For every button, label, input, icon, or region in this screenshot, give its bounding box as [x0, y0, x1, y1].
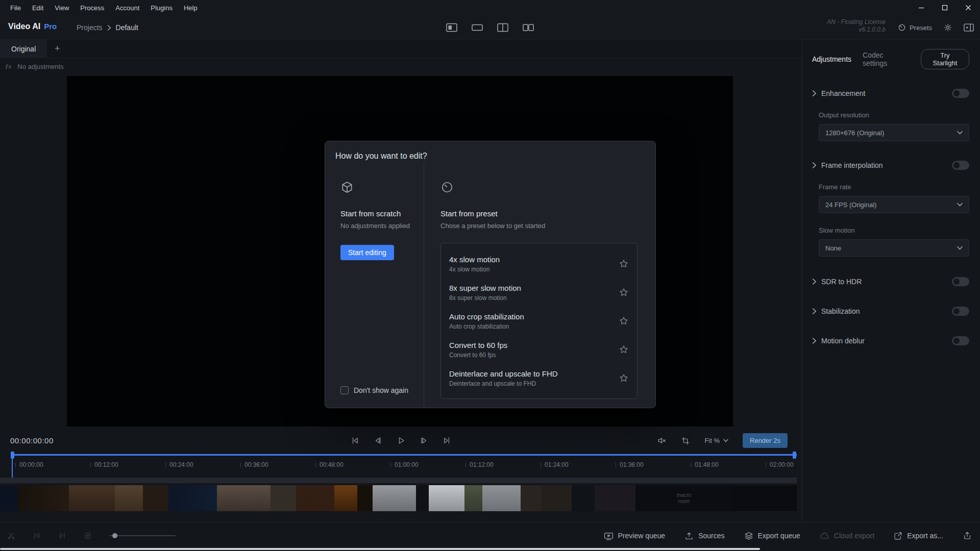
filmstrip-thumb[interactable]: [334, 485, 357, 511]
try-starlight-button[interactable]: Try Starlight: [921, 49, 969, 69]
next-frame-button[interactable]: [419, 436, 429, 445]
filmstrip-thumb[interactable]: [168, 485, 217, 511]
preset-item-4x-slow-motion[interactable]: 4x slow motion 4x slow motion: [441, 249, 637, 278]
preview-queue-button[interactable]: Preview queue: [604, 532, 666, 540]
breadcrumb-default[interactable]: Default: [116, 23, 138, 32]
filmstrip-thumb[interactable]: [357, 485, 373, 511]
filmstrip-thumb-macro-room[interactable]: macro room: [635, 485, 732, 511]
menu-account[interactable]: Account: [110, 2, 144, 14]
tab-codec-settings[interactable]: Codec settings: [863, 51, 910, 67]
filmstrip-thumb[interactable]: [143, 485, 168, 511]
trim-start-icon[interactable]: [33, 532, 41, 540]
crop-icon[interactable]: [681, 436, 690, 445]
output-resolution-dropdown[interactable]: 1280×676 (Original): [819, 124, 969, 141]
settings-gear-icon[interactable]: [943, 23, 952, 32]
tab-original[interactable]: Original: [0, 40, 47, 58]
dont-show-again-checkbox[interactable]: [340, 386, 349, 394]
filmstrip-thumb[interactable]: [541, 485, 572, 511]
split-view-icon[interactable]: [497, 23, 508, 32]
filmstrip-thumb[interactable]: [271, 485, 296, 511]
section-motion-deblur[interactable]: Motion deblur: [812, 336, 969, 345]
trim-end-icon[interactable]: [58, 532, 66, 540]
tab-adjustments[interactable]: Adjustments: [812, 55, 851, 63]
timeline-selection-bar[interactable]: [12, 454, 797, 456]
stabilization-toggle[interactable]: [952, 307, 969, 316]
export-queue-button[interactable]: Export queue: [744, 532, 800, 540]
filmstrip-thumb[interactable]: [732, 485, 797, 511]
menu-help[interactable]: Help: [179, 2, 203, 14]
share-export-icon[interactable]: [963, 531, 972, 540]
filmstrip-thumb[interactable]: [429, 485, 464, 511]
timeline-ruler[interactable]: 00:00:00 00:12:00 00:24:00 00:36:00 00:4…: [0, 451, 802, 478]
split-clip-icon[interactable]: [7, 532, 15, 540]
add-marker-icon[interactable]: [84, 532, 92, 540]
favorite-star-icon[interactable]: [619, 344, 629, 355]
maximize-icon[interactable]: [933, 0, 957, 15]
start-editing-button[interactable]: Start editing: [340, 245, 394, 260]
breadcrumb-projects[interactable]: Projects: [77, 23, 103, 32]
motion-deblur-toggle[interactable]: [952, 336, 969, 345]
favorite-star-icon[interactable]: [619, 259, 629, 269]
skip-to-end-button[interactable]: [442, 436, 452, 445]
horizontal-scrollbar[interactable]: [0, 548, 760, 550]
filmstrip-thumb[interactable]: [482, 485, 521, 511]
toggle-right-panel-icon[interactable]: [964, 23, 974, 32]
section-sdr-to-hdr[interactable]: SDR to HDR: [812, 277, 969, 286]
filmstrip-thumb[interactable]: [296, 485, 334, 511]
filmstrip-thumb[interactable]: [115, 485, 143, 511]
filmstrip-thumb[interactable]: [69, 485, 115, 511]
frame-interpolation-toggle[interactable]: [952, 161, 969, 170]
single-view-icon[interactable]: [446, 23, 457, 32]
zoom-slider-knob[interactable]: [112, 533, 117, 538]
sdr-to-hdr-toggle[interactable]: [952, 277, 969, 286]
slow-motion-dropdown[interactable]: None: [819, 239, 969, 257]
previous-frame-button[interactable]: [373, 436, 383, 445]
close-icon[interactable]: [957, 0, 980, 15]
filmstrip-thumb[interactable]: [0, 485, 18, 511]
enhancement-toggle[interactable]: [952, 89, 969, 98]
favorite-star-icon[interactable]: [619, 373, 629, 383]
section-stabilization[interactable]: Stabilization: [812, 307, 969, 316]
minimize-icon[interactable]: [910, 0, 933, 15]
render-button[interactable]: Render 2s: [743, 433, 788, 448]
menu-edit[interactable]: Edit: [27, 2, 48, 14]
export-as-button[interactable]: Export as...: [894, 532, 943, 540]
filmstrip-thumb[interactable]: [521, 485, 541, 511]
full-view-icon[interactable]: [472, 23, 483, 32]
filmstrip-thumb[interactable]: [595, 485, 635, 511]
section-frame-interpolation[interactable]: Frame interpolation: [812, 161, 969, 170]
favorite-star-icon[interactable]: [619, 316, 629, 326]
filmstrip-thumb[interactable]: [373, 485, 416, 511]
add-tab-button[interactable]: +: [47, 40, 67, 58]
timeline-filmstrip[interactable]: macro room: [0, 485, 797, 511]
preset-item-auto-crop-stabilization[interactable]: Auto crop stabilization Auto crop stabil…: [441, 307, 637, 335]
preset-item-8x-super-slow-motion[interactable]: 8x super slow motion 8x super slow motio…: [441, 278, 637, 307]
filmstrip-thumb[interactable]: [464, 485, 482, 511]
cloud-export-button[interactable]: Cloud export: [820, 532, 874, 540]
sources-button[interactable]: Sources: [684, 532, 724, 540]
playhead[interactable]: [12, 452, 13, 478]
section-enhancement[interactable]: Enhancement: [812, 89, 969, 98]
preset-item-convert-to-60fps[interactable]: Convert to 60 fps Convert to 60 fps: [441, 335, 637, 364]
zoom-fit-dropdown[interactable]: Fit %: [704, 437, 728, 444]
mute-icon[interactable]: [657, 436, 667, 445]
frame-rate-dropdown[interactable]: 24 FPS (Original): [819, 196, 969, 213]
skip-to-start-button[interactable]: [350, 436, 360, 445]
menu-process[interactable]: Process: [75, 2, 109, 14]
preset-item-deinterlace-upscale-fhd[interactable]: Deinterlace and upscale to FHD Deinterla…: [441, 364, 637, 392]
side-by-side-view-icon[interactable]: [523, 23, 534, 32]
selection-end-handle[interactable]: [793, 452, 796, 459]
filmstrip-thumb[interactable]: [217, 485, 271, 511]
play-button[interactable]: [396, 436, 406, 445]
menu-plugins[interactable]: Plugins: [145, 2, 178, 14]
filmstrip-thumb[interactable]: [416, 485, 429, 511]
favorite-star-icon[interactable]: [619, 287, 629, 297]
presets-button[interactable]: Presets: [898, 23, 932, 32]
section-label: Motion deblur: [821, 337, 865, 345]
filmstrip-thumb[interactable]: [18, 485, 69, 511]
filmstrip-thumb[interactable]: [572, 485, 595, 511]
timeline-scroll-strip[interactable]: [0, 478, 797, 483]
menu-view[interactable]: View: [50, 2, 74, 14]
menu-file[interactable]: File: [5, 2, 26, 14]
timeline-zoom-slider[interactable]: [109, 535, 176, 536]
